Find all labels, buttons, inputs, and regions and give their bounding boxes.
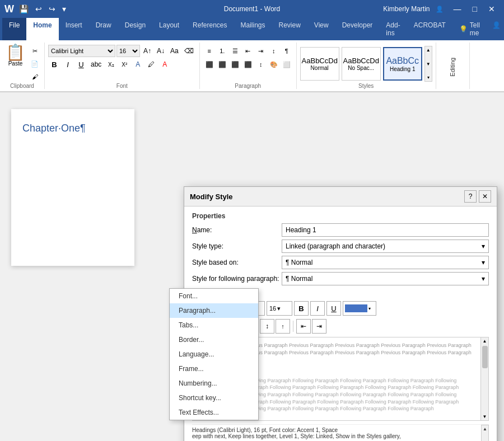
tab-references[interactable]: References: [186, 18, 234, 40]
share-icon[interactable]: 👤: [432, 4, 447, 14]
subscript-button[interactable]: X₂: [105, 58, 117, 71]
text-effects-button[interactable]: A: [132, 58, 144, 71]
paste-button[interactable]: 📋 Paste: [3, 43, 27, 83]
preview-scroll-thumb[interactable]: [482, 346, 488, 368]
tab-mailings[interactable]: Mailings: [234, 18, 272, 40]
dialog-help-button[interactable]: ?: [464, 190, 477, 203]
strikethrough-button[interactable]: abc: [88, 58, 104, 71]
shading-button[interactable]: 🎨: [268, 58, 280, 71]
close-button[interactable]: ✕: [484, 3, 500, 15]
bold-button[interactable]: B: [48, 58, 60, 71]
tab-home[interactable]: Home: [26, 18, 58, 40]
font-color-button[interactable]: A: [158, 58, 171, 71]
dialog-close-button[interactable]: ✕: [479, 190, 491, 203]
tab-view[interactable]: View: [307, 18, 335, 40]
ctx-numbering[interactable]: Numbering...: [170, 376, 258, 391]
tab-draw[interactable]: Draw: [89, 18, 118, 40]
quick-access-save[interactable]: 💾: [17, 4, 30, 13]
preview-scroll-up[interactable]: ▲: [483, 339, 487, 344]
style-based-select[interactable]: ¶ Normal ▾: [282, 256, 489, 269]
styles-scroll[interactable]: ▲ ▼ ▾: [424, 46, 432, 82]
style-desc-line1: Headings (Calibri Light), 16 pt, Font co…: [192, 427, 479, 433]
superscript-button[interactable]: X²: [118, 58, 130, 71]
indent-left-btn[interactable]: ⇤: [296, 319, 311, 334]
quick-access-more[interactable]: ▾: [60, 4, 68, 13]
ctx-language[interactable]: Language...: [170, 347, 258, 362]
style-type-select[interactable]: Linked (paragraph and character) ▾: [282, 240, 489, 253]
decrease-indent-button[interactable]: ⇤: [242, 45, 254, 57]
font-grow-button[interactable]: A↑: [141, 45, 153, 57]
main-area: Chapter·One¶ Modify Style ? ✕ Properties…: [0, 92, 504, 441]
dialog-titlebar: Modify Style ? ✕: [184, 187, 497, 207]
tab-add-ins[interactable]: Add-ins: [379, 18, 407, 40]
increase-indent-button[interactable]: ⇥: [255, 45, 267, 57]
font-name-select[interactable]: Calibri Light: [48, 45, 115, 57]
tab-layout[interactable]: Layout: [152, 18, 186, 40]
desc-scroll-up[interactable]: ▲: [483, 426, 487, 431]
clear-format-button[interactable]: ⌫: [182, 45, 196, 57]
borders-button[interactable]: ⬜: [281, 58, 293, 71]
quick-access-redo[interactable]: ↪: [47, 4, 57, 13]
ctx-shortcut-key[interactable]: Shortcut key...: [170, 391, 258, 405]
align-right-button[interactable]: ⬛: [229, 58, 241, 71]
lightbulb-icon: 💡: [459, 25, 468, 33]
tab-developer[interactable]: Developer: [335, 18, 380, 40]
preview-scrollbar[interactable]: ▲ ▼: [480, 337, 488, 420]
tab-file[interactable]: File: [2, 18, 26, 40]
minimize-button[interactable]: —: [449, 3, 466, 15]
change-case-button[interactable]: Aa: [168, 45, 181, 57]
ctx-tabs[interactable]: Tabs...: [170, 318, 258, 332]
fmt-italic-button[interactable]: I: [310, 301, 325, 316]
format-painter-button[interactable]: 🖌: [29, 71, 41, 83]
text-highlight-button[interactable]: 🖊: [145, 58, 157, 71]
styles-scroll-down[interactable]: ▼: [426, 62, 431, 67]
ctx-frame[interactable]: Frame...: [170, 362, 258, 376]
style-type-arrow: ▾: [482, 242, 485, 250]
multilevel-list-button[interactable]: ☰: [229, 45, 241, 57]
fmt-bold-button[interactable]: B: [294, 301, 309, 316]
font-size-select[interactable]: 16: [116, 45, 140, 57]
show-formatting-button[interactable]: ¶: [281, 45, 293, 57]
tab-acrobat[interactable]: ACROBAT: [407, 18, 452, 40]
tab-insert[interactable]: Insert: [59, 18, 89, 40]
style-normal[interactable]: AaBbCcDd Normal: [300, 47, 339, 81]
desc-scrollbar[interactable]: ▲ ▼: [481, 425, 489, 441]
align-left-button[interactable]: ⬛: [203, 58, 216, 71]
indent-right-btn[interactable]: ⇥: [312, 319, 326, 334]
ctx-paragraph[interactable]: Paragraph...: [170, 303, 258, 318]
document-title: Document1 - Word: [224, 5, 280, 13]
para-space-before-btn[interactable]: ↑: [276, 319, 290, 334]
numbering-button[interactable]: 1.: [216, 45, 228, 57]
style-heading1[interactable]: AaBbCc Heading 1: [383, 47, 422, 81]
tab-review[interactable]: Review: [272, 18, 307, 40]
fmt-size-select[interactable]: 16 ▾: [267, 301, 292, 316]
line-space-btn[interactable]: ↕: [260, 319, 274, 334]
font-shrink-button[interactable]: A↓: [155, 45, 167, 57]
tell-me-field[interactable]: 💡 Tell me: [452, 18, 487, 40]
cut-button[interactable]: ✂: [29, 45, 41, 57]
styles-scroll-up[interactable]: ▲: [426, 48, 431, 53]
sort-button[interactable]: ↕: [268, 45, 280, 57]
bullets-button[interactable]: ≡: [203, 45, 216, 57]
align-center-button[interactable]: ⬛: [216, 58, 228, 71]
line-spacing-button[interactable]: ↕: [255, 58, 267, 71]
styles-expand[interactable]: ▾: [427, 75, 430, 80]
fmt-color-button[interactable]: ▾: [343, 301, 376, 316]
ctx-font[interactable]: Font...: [170, 289, 258, 303]
style-following-select[interactable]: ¶ Normal ▾: [282, 272, 489, 285]
italic-button[interactable]: I: [62, 58, 74, 71]
ctx-text-effects[interactable]: Text Effects...: [170, 405, 258, 420]
clipboard-group-label: Clipboard: [10, 83, 34, 89]
preview-scroll-down[interactable]: ▼: [483, 414, 487, 419]
style-no-space[interactable]: AaBbCcDd No Spac...: [342, 47, 381, 81]
fmt-underline-button[interactable]: U: [326, 301, 341, 316]
justify-button[interactable]: ⬛: [242, 58, 254, 71]
share-ribbon-btn[interactable]: 👤: [487, 18, 504, 40]
quick-access-undo[interactable]: ↩: [34, 4, 44, 13]
underline-button[interactable]: U: [75, 58, 87, 71]
ctx-border[interactable]: Border...: [170, 332, 258, 347]
copy-button[interactable]: 📄: [29, 58, 41, 70]
name-input[interactable]: [282, 223, 489, 237]
tab-design[interactable]: Design: [118, 18, 152, 40]
maximize-button[interactable]: □: [468, 3, 482, 15]
